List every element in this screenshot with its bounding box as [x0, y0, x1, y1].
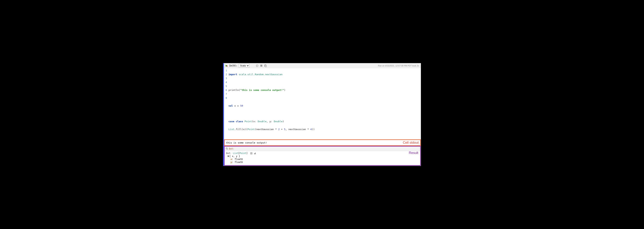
cell-in-label: In(9):: [229, 64, 237, 67]
lines-icon[interactable]: [260, 64, 263, 67]
stdout-annotation-label: Cell stdout: [403, 141, 419, 145]
svg-rect-10: [254, 154, 254, 154]
notebook-cell-container: In(9): Scala {} Ran on 4/15/2021, 12:57:…: [223, 63, 421, 166]
out-bar-label: Out:: [229, 148, 234, 150]
code-content[interactable]: import scala.util.Random.nextGaussian pr…: [228, 68, 421, 139]
cell-run-status: Ran on 4/15/2021, 12:57:30 PM PDT took 2…: [378, 64, 420, 67]
result-tree-children: x: float8 y: float8: [226, 158, 419, 164]
format-braces-button[interactable]: {}: [256, 64, 258, 67]
run-cell-icon[interactable]: [225, 64, 228, 67]
resize-handle-icon[interactable]: ⋰: [418, 144, 420, 146]
code-editor[interactable]: 1 2 3 4 5 6 7 8 import scala.util.Random…: [224, 68, 421, 140]
svg-rect-12: [255, 152, 256, 154]
copy-icon[interactable]: [264, 64, 267, 67]
result-field-row: x: float8: [230, 158, 419, 161]
result-tree-header[interactable]: ▼{ x, y }: [226, 155, 419, 158]
search-icon[interactable]: [226, 148, 228, 150]
svg-rect-3: [265, 65, 266, 67]
language-select[interactable]: Scala: [239, 64, 250, 68]
result-body: Result Out: List[Point] ▼{ x, y } x: flo…: [224, 151, 420, 165]
line-gutter: 1 2 3 4 5 6 7 8: [224, 68, 228, 139]
result-type-line: Out: List[Point]: [226, 152, 419, 155]
stdout-text: this is some console output!: [226, 141, 267, 144]
code-cell: In(9): Scala {} Ran on 4/15/2021, 12:57:…: [223, 63, 421, 166]
svg-rect-1: [226, 65, 227, 67]
svg-rect-11: [255, 153, 255, 154]
result-annotation-label: Result: [409, 151, 418, 154]
table-view-icon[interactable]: [250, 152, 252, 154]
cell-result-box: Out: Result Out: List[Point] ▼{ x, y } x…: [224, 146, 421, 166]
output-bar: Out:: [224, 146, 420, 151]
cell-stdout-box: this is some console output! Cell stdout…: [224, 140, 421, 146]
svg-line-5: [227, 149, 228, 150]
svg-point-4: [226, 148, 227, 149]
chart-view-icon[interactable]: [254, 152, 256, 154]
result-field-row: y: float8: [230, 161, 419, 164]
caret-down-icon[interactable]: ▼: [228, 155, 229, 158]
cell-toolbar: In(9): Scala {} Ran on 4/15/2021, 12:57:…: [224, 63, 421, 68]
